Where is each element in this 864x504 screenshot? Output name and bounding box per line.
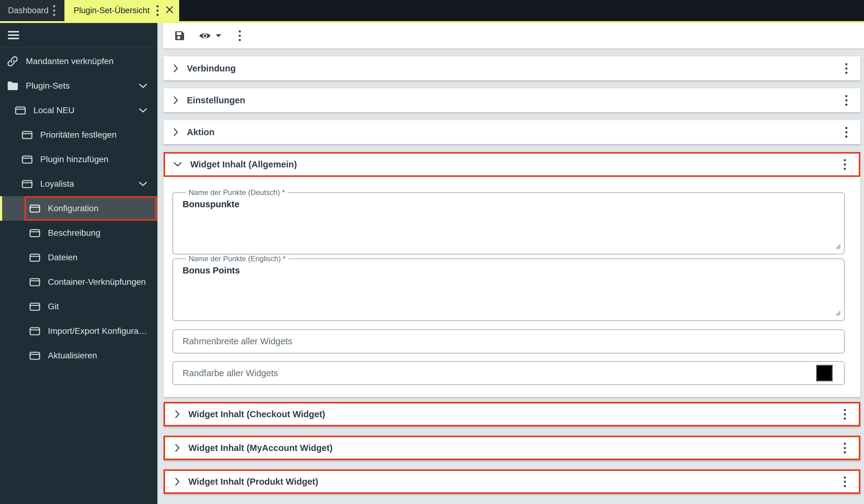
sidebar-item-label: Plugin-Sets <box>26 81 70 91</box>
window-icon <box>29 229 40 237</box>
sidebar-item-label: Aktualisieren <box>48 351 97 360</box>
accordion-header[interactable]: Widget Inhalt (Allgemein) <box>164 152 860 177</box>
tab-close-icon[interactable] <box>165 5 174 16</box>
sidebar-nav-list: Mandanten verknüpfen Plugin-Sets Local N… <box>0 48 157 368</box>
sidebar-item-label: Local NEU <box>34 106 74 115</box>
textarea-name-der-punkte-englisch[interactable]: Name der Punkte (Englisch) * Bonus Point… <box>172 255 845 321</box>
field-value: Bonuspunkte <box>182 197 844 209</box>
sidebar-navigation: Mandanten verknüpfen Plugin-Sets Local N… <box>0 23 157 504</box>
chevron-down-icon[interactable] <box>139 108 147 113</box>
sidebar-item-label: Konfiguration <box>48 204 98 213</box>
tab-dashboard-label: Dashboard <box>8 6 48 15</box>
input-rahmenbreite-aller-widgets[interactable]: Rahmenbreite aller Widgets <box>172 329 845 354</box>
accordion-einstellungen[interactable]: Einstellungen <box>164 88 860 112</box>
content-column: Verbindung Einstellungen Aktion <box>164 57 860 494</box>
sidebar-item-git[interactable]: Git <box>0 294 157 319</box>
color-swatch[interactable] <box>816 365 833 381</box>
sidebar-item-label: Beschreibung <box>48 228 100 238</box>
window-icon <box>29 205 40 213</box>
chevron-right-icon <box>174 96 178 104</box>
chevron-down-icon <box>215 34 221 38</box>
tab-bar: Dashboard Plugin-Set-Übersicht <box>0 0 864 23</box>
sidebar-item-loyalista[interactable]: Loyalista <box>0 172 157 196</box>
window-icon <box>29 303 40 311</box>
tab-plugin-set-uebersicht[interactable]: Plugin-Set-Übersicht <box>64 0 179 21</box>
tab-active-label: Plugin-Set-Übersicht <box>74 6 150 15</box>
window-icon <box>14 106 26 115</box>
sidebar-item-aktualisieren[interactable]: Aktualisieren <box>0 343 157 368</box>
toolbar <box>163 23 864 48</box>
accordion-title: Verbindung <box>187 63 236 74</box>
textarea-name-der-punkte-deutsch[interactable]: Name der Punkte (Deutsch) * Bonuspunkte <box>172 188 845 255</box>
save-icon[interactable] <box>172 30 187 41</box>
sidebar-item-konfiguration[interactable]: Konfiguration <box>0 196 157 221</box>
accordion-aktion[interactable]: Aktion <box>164 120 860 144</box>
accordion-title: Widget Inhalt (MyAccount Widget) <box>188 443 333 453</box>
chevron-right-icon <box>174 64 178 72</box>
input-label: Randfarbe aller Widgets <box>182 368 278 378</box>
accordion-kebab-menu-icon[interactable] <box>841 158 848 171</box>
field-label: Name der Punkte (Englisch) * <box>186 255 288 263</box>
accordion-title: Widget Inhalt (Produkt Widget) <box>188 477 318 487</box>
accordion-widget-inhalt-checkout[interactable]: Widget Inhalt (Checkout Widget) <box>164 402 860 427</box>
tab-active-kebab-icon[interactable] <box>154 4 161 17</box>
accordion-title: Widget Inhalt (Checkout Widget) <box>188 409 325 419</box>
accordion-title: Widget Inhalt (Allgemein) <box>190 159 297 170</box>
sidebar-header <box>0 23 157 48</box>
field-label: Name der Punkte (Deutsch) * <box>186 188 288 197</box>
chevron-down-icon[interactable] <box>139 84 147 88</box>
chevron-right-icon <box>175 444 180 452</box>
accordion-kebab-menu-icon[interactable] <box>841 441 848 455</box>
sidebar-item-mandanten-verknuepfen[interactable]: Mandanten verknüpfen <box>0 49 157 74</box>
window-icon <box>29 254 40 262</box>
chevron-right-icon <box>174 128 178 136</box>
sidebar-item-label: Import/Export Konfiguration… <box>48 326 149 336</box>
field-value: Bonus Points <box>182 263 844 275</box>
eye-preview-icon[interactable] <box>199 31 221 40</box>
input-placeholder: Rahmenbreite aller Widgets <box>182 336 292 346</box>
link-icon <box>7 56 19 67</box>
hamburger-menu-icon[interactable] <box>7 29 20 41</box>
sidebar-item-local-neu[interactable]: Local NEU <box>0 98 157 123</box>
folder-icon <box>7 81 19 90</box>
sidebar-item-label: Mandanten verknüpfen <box>26 57 113 66</box>
accordion-title: Aktion <box>187 127 215 137</box>
accordion-widget-inhalt-produkt[interactable]: Widget Inhalt (Produkt Widget) <box>164 469 860 494</box>
sidebar-item-label: Prioritäten festlegen <box>40 130 117 140</box>
accordion-kebab-menu-icon[interactable] <box>843 62 850 75</box>
window-icon <box>21 156 33 164</box>
window-icon <box>21 131 33 139</box>
sidebar-item-beschreibung[interactable]: Beschreibung <box>0 221 157 245</box>
toolbar-kebab-menu-icon[interactable] <box>236 29 243 42</box>
resize-grip-icon[interactable] <box>835 244 841 251</box>
window-icon <box>29 327 40 335</box>
window-icon <box>29 352 40 360</box>
tab-dashboard[interactable]: Dashboard <box>0 0 64 21</box>
accordion-widget-inhalt-myaccount[interactable]: Widget Inhalt (MyAccount Widget) <box>164 435 860 460</box>
accordion-kebab-menu-icon[interactable] <box>841 475 848 488</box>
resize-grip-icon[interactable] <box>835 310 841 318</box>
sidebar-item-plugin-hinzufuegen[interactable]: Plugin hinzufügen <box>0 147 157 172</box>
accordion-kebab-menu-icon[interactable] <box>843 126 850 139</box>
active-tab-underline <box>0 21 864 23</box>
sidebar-item-label: Container-Verknüpfungen <box>48 277 146 287</box>
sidebar-item-label: Dateien <box>48 253 77 262</box>
accordion-kebab-menu-icon[interactable] <box>841 408 848 421</box>
sidebar-item-dateien[interactable]: Dateien <box>0 245 157 270</box>
sidebar-item-import-export-konfiguration[interactable]: Import/Export Konfiguration… <box>0 319 157 343</box>
chevron-down-icon[interactable] <box>139 182 147 186</box>
sidebar-item-plugin-sets[interactable]: Plugin-Sets <box>0 74 157 98</box>
chevron-right-icon <box>175 478 180 485</box>
chevron-right-icon <box>175 410 180 418</box>
accordion-widget-inhalt-allgemein: Widget Inhalt (Allgemein) Name der Punkt… <box>164 152 860 397</box>
accordion-title: Einstellungen <box>187 95 245 106</box>
sidebar-item-container-verknuepfungen[interactable]: Container-Verknüpfungen <box>0 270 157 294</box>
accordion-verbindung[interactable]: Verbindung <box>164 57 860 80</box>
accordion-kebab-menu-icon[interactable] <box>843 94 850 107</box>
sidebar-item-label: Git <box>48 302 59 311</box>
sidebar-item-prioritaeten-festlegen[interactable]: Prioritäten festlegen <box>0 123 157 147</box>
sidebar-item-label: Plugin hinzufügen <box>40 155 109 164</box>
tab-dashboard-kebab-icon[interactable] <box>51 4 58 17</box>
input-randfarbe-aller-widgets[interactable]: Randfarbe aller Widgets <box>172 361 845 385</box>
sidebar-item-label: Loyalista <box>40 179 74 189</box>
